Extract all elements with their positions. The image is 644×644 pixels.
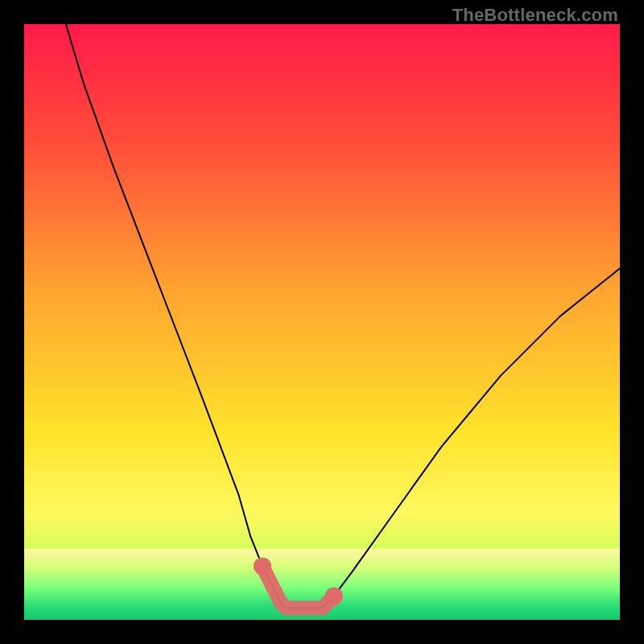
svg-point-2: [254, 557, 271, 575]
svg-rect-0: [24, 24, 620, 620]
chart-frame: TheBottleneck.com: [0, 0, 644, 644]
svg-point-3: [325, 587, 343, 605]
watermark-text: TheBottleneck.com: [452, 5, 618, 26]
bottleneck-chart: [24, 24, 620, 620]
plot-area: [24, 24, 620, 620]
